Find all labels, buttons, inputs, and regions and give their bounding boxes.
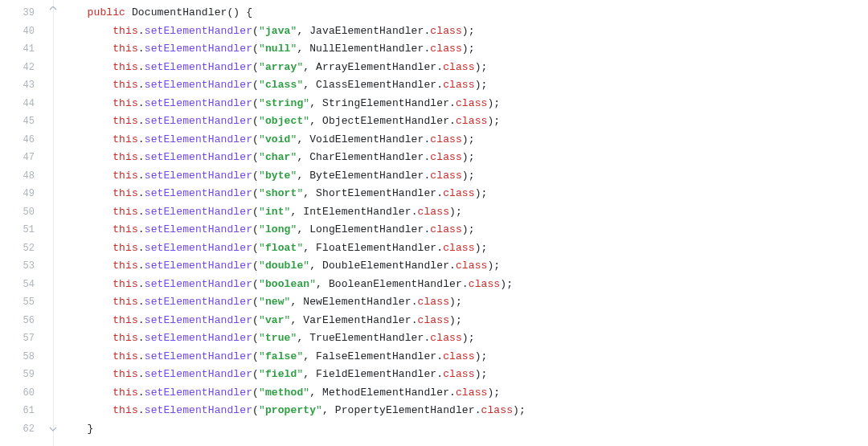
line-number: 55 <box>0 293 44 312</box>
code-line[interactable]: this.setElementHandler("boolean", Boolea… <box>62 276 526 294</box>
line-number: 44 <box>0 95 44 113</box>
code-editor[interactable]: 3940414243444546474849505152535455565758… <box>0 0 868 446</box>
line-number: 54 <box>0 276 44 294</box>
line-number: 42 <box>0 59 44 77</box>
fold-close-icon[interactable] <box>48 423 58 433</box>
line-number: 46 <box>0 131 44 149</box>
code-line[interactable]: this.setElementHandler("char", CharEleme… <box>62 149 526 167</box>
fold-column[interactable] <box>44 0 62 446</box>
code-line[interactable]: } <box>62 420 526 439</box>
line-number: 62 <box>0 420 44 439</box>
code-line[interactable]: this.setElementHandler("void", VoidEleme… <box>62 131 526 149</box>
code-line[interactable]: this.setElementHandler("array", ArrayEle… <box>62 59 526 77</box>
code-line[interactable]: this.setElementHandler("short", ShortEle… <box>62 185 526 203</box>
line-number: 41 <box>0 40 44 59</box>
code-line[interactable]: this.setElementHandler("double", DoubleE… <box>62 257 526 276</box>
line-number: 45 <box>0 113 44 131</box>
code-line[interactable]: this.setElementHandler("string", StringE… <box>62 95 526 113</box>
code-line[interactable]: this.setElementHandler("null", NullEleme… <box>62 40 526 59</box>
code-line[interactable]: public DocumentHandler() { <box>62 4 526 23</box>
code-line[interactable]: this.setElementHandler("property", Prope… <box>62 402 526 420</box>
code-line[interactable]: this.setElementHandler("method", MethodE… <box>62 384 526 403</box>
code-line[interactable]: this.setElementHandler("var", VarElement… <box>62 312 526 330</box>
line-number: 47 <box>0 149 44 167</box>
line-number: 39 <box>0 4 44 23</box>
code-line[interactable]: this.setElementHandler("float", FloatEle… <box>62 239 526 258</box>
line-number: 56 <box>0 312 44 330</box>
line-number: 52 <box>0 239 44 258</box>
code-line[interactable]: this.setElementHandler("new", NewElement… <box>62 293 526 312</box>
fold-guide <box>53 0 54 446</box>
code-line[interactable]: this.setElementHandler("int", IntElement… <box>62 203 526 222</box>
code-line[interactable]: this.setElementHandler("long", LongEleme… <box>62 221 526 239</box>
line-number: 61 <box>0 402 44 420</box>
line-number: 50 <box>0 203 44 222</box>
code-line[interactable]: this.setElementHandler("true", TrueEleme… <box>62 329 526 348</box>
line-number: 58 <box>0 348 44 366</box>
code-line[interactable]: this.setElementHandler("false", FalseEle… <box>62 348 526 366</box>
line-number: 43 <box>0 76 44 95</box>
line-number: 40 <box>0 23 44 41</box>
line-number: 53 <box>0 257 44 276</box>
code-line[interactable]: this.setElementHandler("object", ObjectE… <box>62 113 526 131</box>
line-number: 59 <box>0 366 44 384</box>
code-line[interactable]: this.setElementHandler("field", FieldEle… <box>62 366 526 384</box>
fold-open-icon[interactable] <box>48 6 58 15</box>
code-line[interactable]: this.setElementHandler("class", ClassEle… <box>62 76 526 95</box>
line-number: 60 <box>0 384 44 403</box>
line-number: 57 <box>0 329 44 348</box>
line-number: 48 <box>0 167 44 186</box>
code-area[interactable]: public DocumentHandler() { this.setEleme… <box>62 0 526 446</box>
line-number: 51 <box>0 221 44 239</box>
code-line[interactable]: this.setElementHandler("byte", ByteEleme… <box>62 167 526 186</box>
line-number: 49 <box>0 185 44 203</box>
line-number-gutter: 3940414243444546474849505152535455565758… <box>0 0 44 446</box>
code-line[interactable]: this.setElementHandler("java", JavaEleme… <box>62 23 526 41</box>
